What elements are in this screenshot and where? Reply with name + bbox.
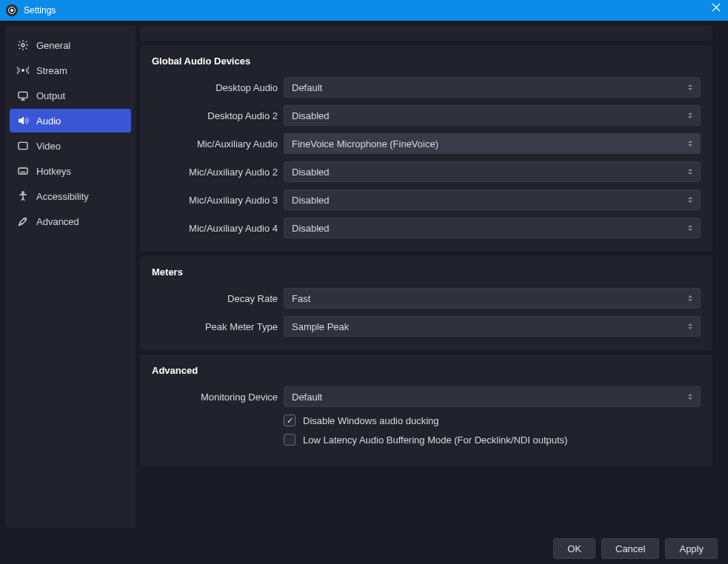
gear-icon xyxy=(17,39,29,51)
checkbox-label: Low Latency Audio Buffering Mode (For De… xyxy=(303,434,567,446)
footer: OK Cancel Apply xyxy=(0,533,728,564)
tools-icon xyxy=(17,215,29,227)
svg-point-4 xyxy=(21,44,24,47)
label-desktop-audio-2: Desktop Audio 2 xyxy=(152,110,278,121)
settings-scroll[interactable]: Global Audio Devices Desktop Audio Defau… xyxy=(140,26,723,528)
sidebar-item-audio[interactable]: Audio xyxy=(10,109,131,132)
sidebar-item-advanced[interactable]: Advanced xyxy=(10,209,131,233)
sidebar-item-accessibility[interactable]: Accessibility xyxy=(10,184,131,208)
audio-icon xyxy=(17,115,29,127)
svg-rect-8 xyxy=(19,168,27,174)
spinner-icon xyxy=(685,110,695,121)
sidebar-item-video[interactable]: Video xyxy=(10,134,131,158)
spinner-icon xyxy=(685,320,695,332)
svg-point-1 xyxy=(11,10,13,12)
app-icon xyxy=(6,4,18,16)
section-global-audio: Global Audio Devices Desktop Audio Defau… xyxy=(140,45,712,252)
sidebar-item-label: Advanced xyxy=(36,216,79,227)
section-title: Advanced xyxy=(152,365,701,376)
sidebar-item-label: Hotkeys xyxy=(36,166,71,177)
keyboard-icon xyxy=(17,165,29,177)
checkbox-disable-ducking[interactable] xyxy=(284,414,295,426)
stream-icon xyxy=(17,64,29,76)
svg-point-9 xyxy=(22,192,24,194)
combo-peak-meter[interactable]: Sample Peak xyxy=(284,316,701,337)
label-mic-aux-3: Mic/Auxiliary Audio 3 xyxy=(152,195,278,206)
apply-button[interactable]: Apply xyxy=(665,538,718,559)
main-panel: Global Audio Devices Desktop Audio Defau… xyxy=(140,26,723,528)
sidebar-item-label: Stream xyxy=(36,65,67,76)
sidebar-item-hotkeys[interactable]: Hotkeys xyxy=(10,159,131,183)
spinner-icon xyxy=(685,166,695,178)
spinner-icon xyxy=(685,222,695,234)
video-icon xyxy=(17,140,29,152)
previous-section-edge xyxy=(140,26,712,41)
combo-monitoring-device[interactable]: Default xyxy=(284,386,701,407)
svg-point-5 xyxy=(22,70,24,72)
sidebar-item-label: Audio xyxy=(36,115,61,127)
sidebar-item-output[interactable]: Output xyxy=(10,84,131,107)
accessibility-icon xyxy=(17,190,29,202)
sidebar-item-stream[interactable]: Stream xyxy=(10,58,131,82)
spinner-icon xyxy=(685,391,695,403)
sidebar-item-label: General xyxy=(36,40,70,51)
sidebar-item-general[interactable]: General xyxy=(10,33,131,57)
label-peak-meter: Peak Meter Type xyxy=(152,321,278,332)
combo-desktop-audio-2[interactable]: Disabled xyxy=(284,105,701,126)
titlebar: Settings xyxy=(0,0,728,21)
spinner-icon xyxy=(685,292,695,304)
sidebar-item-label: Accessibility xyxy=(36,191,89,202)
sidebar: General Stream Output Audio Video Hotkey… xyxy=(5,26,136,528)
sidebar-item-label: Video xyxy=(36,141,61,152)
combo-mic-aux-2[interactable]: Disabled xyxy=(284,161,701,182)
combo-mic-aux-4[interactable]: Disabled xyxy=(284,218,701,238)
spinner-icon xyxy=(685,194,695,206)
spinner-icon xyxy=(685,81,695,93)
label-mic-aux: Mic/Auxiliary Audio xyxy=(152,138,278,150)
label-mic-aux-2: Mic/Auxiliary Audio 2 xyxy=(152,167,278,178)
cancel-button[interactable]: Cancel xyxy=(601,538,659,559)
output-icon xyxy=(17,90,29,101)
close-button[interactable] xyxy=(712,3,721,14)
svg-rect-6 xyxy=(19,92,27,98)
sidebar-item-label: Output xyxy=(36,90,65,101)
svg-rect-7 xyxy=(19,142,27,149)
combo-mic-aux-3[interactable]: Disabled xyxy=(284,189,701,210)
ok-button[interactable]: OK xyxy=(553,538,595,559)
section-meters: Meters Decay Rate Fast Peak Meter Type S… xyxy=(140,256,712,350)
section-title: Global Audio Devices xyxy=(152,56,701,67)
label-decay-rate: Decay Rate xyxy=(152,293,278,304)
window-title: Settings xyxy=(24,5,56,16)
combo-decay-rate[interactable]: Fast xyxy=(284,288,701,309)
checkbox-label: Disable Windows audio ducking xyxy=(303,415,439,426)
combo-mic-aux[interactable]: FineVoice Microphone (FineVoice) xyxy=(284,133,701,154)
combo-desktop-audio[interactable]: Default xyxy=(284,77,701,98)
section-advanced: Advanced Monitoring Device Default Disab… xyxy=(140,355,712,466)
section-title: Meters xyxy=(152,266,701,278)
label-monitoring-device: Monitoring Device xyxy=(152,392,278,403)
spinner-icon xyxy=(685,138,695,150)
checkbox-low-latency[interactable] xyxy=(284,434,295,446)
label-desktop-audio: Desktop Audio xyxy=(152,82,278,93)
label-mic-aux-4: Mic/Auxiliary Audio 4 xyxy=(152,223,278,234)
